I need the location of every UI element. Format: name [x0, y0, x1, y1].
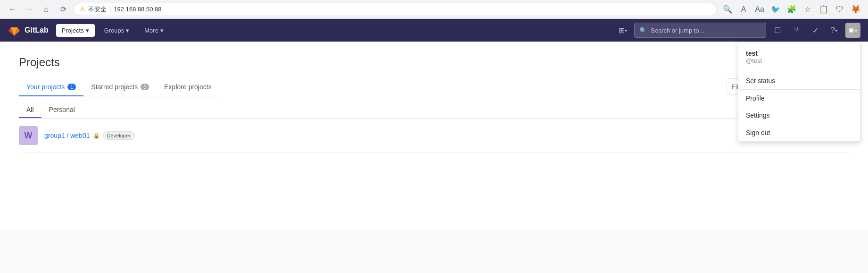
help-chevron: ▾ [835, 28, 837, 33]
url-text: 192.168.88.50:88 [114, 6, 161, 13]
search-bar[interactable]: 🔍 Search or jump to... [634, 23, 766, 38]
todo-icon: ☐ [774, 26, 781, 35]
projects-list: W group1 / web01 🔒 Developer ☆ 0 ⑂ 0 [19, 119, 849, 153]
user-dropdown-menu: test @test Set status Profile Settings S… [738, 42, 860, 142]
project-avatar: W [19, 126, 38, 145]
issues-icon: ✓ [812, 26, 818, 35]
reader-icon[interactable]: Aa [753, 3, 766, 16]
home-button[interactable]: ⌂ [40, 3, 53, 16]
avatar-chevron: ▾ [855, 28, 857, 33]
security-warning-text: 不安全 [88, 5, 107, 14]
more-nav-button[interactable]: More ▾ [139, 24, 169, 37]
tab-starred-projects[interactable]: Starred projects 0 [83, 78, 157, 96]
new-item-chevron: ▾ [625, 28, 627, 33]
back-button[interactable]: ← [6, 3, 19, 16]
gitlab-logo-icon [8, 24, 21, 37]
avatar-letter: W [25, 131, 33, 141]
translate-icon[interactable]: A [737, 3, 750, 16]
merge-request-icon: ⑂ [794, 26, 799, 34]
gitlab-logo[interactable]: GitLab [8, 24, 49, 37]
dropdown-handle: @test [746, 57, 852, 64]
project-name-row: group1 / web01 🔒 Developer [44, 131, 777, 140]
starred-projects-tab-label: Starred projects [91, 83, 138, 91]
browser-extension-icons: 🔍 A Aa 🐦 🧩 ☆ 📋 🛡 🦊 [721, 3, 862, 16]
merge-requests-button[interactable]: ⑂ [789, 23, 804, 38]
plus-icon: ⊞ [619, 26, 625, 35]
page-title: Projects [19, 56, 849, 69]
groups-nav-label: Groups [104, 27, 124, 34]
refresh-button[interactable]: ⟳ [57, 3, 70, 16]
tab-explore-projects[interactable]: Explore projects [157, 78, 219, 96]
more-nav-chevron: ▾ [160, 27, 164, 34]
explore-projects-tab-label: Explore projects [164, 83, 211, 91]
star-browser-icon[interactable]: ☆ [801, 3, 814, 16]
search-placeholder-text: Search or jump to... [651, 27, 704, 34]
groups-nav-chevron: ▾ [126, 27, 129, 34]
extension3-icon[interactable]: 📋 [817, 3, 830, 16]
sign-out-item[interactable]: Sign out [738, 124, 860, 141]
browser-chrome: ← → ⌂ ⟳ ⚠ 不安全 | 192.168.88.50:88 🔍 A Aa … [0, 0, 868, 19]
groups-nav-button[interactable]: Groups ▾ [99, 24, 135, 37]
search-icon: 🔍 [639, 27, 647, 34]
set-status-item[interactable]: Set status [738, 72, 860, 89]
todo-button[interactable]: ☐ [770, 23, 785, 38]
issues-button[interactable]: ✓ [808, 23, 823, 38]
help-button[interactable]: ? ▾ [827, 23, 842, 38]
sub-tab-personal[interactable]: Personal [41, 102, 83, 118]
url-separator: | [109, 6, 111, 13]
project-role-badge: Developer [103, 131, 135, 140]
project-tabs: Your projects 1 Starred projects 0 Explo… [19, 78, 219, 96]
your-projects-badge: 1 [67, 84, 76, 90]
more-nav-label: More [144, 27, 158, 34]
extension1-icon[interactable]: 🐦 [769, 3, 782, 16]
user-avatar-button[interactable]: ▣ ▾ [845, 23, 860, 38]
profile-browser-icon[interactable]: 🦊 [849, 3, 862, 16]
table-row: W group1 / web01 🔒 Developer ☆ 0 ⑂ 0 [19, 119, 849, 153]
search-browser-icon[interactable]: 🔍 [721, 3, 734, 16]
project-name-link[interactable]: group1 / web01 [44, 132, 90, 139]
settings-item[interactable]: Settings [738, 107, 860, 124]
help-icon: ? [831, 26, 835, 34]
new-item-button[interactable]: ⊞ ▾ [615, 23, 630, 38]
projects-nav-label: Projects [62, 27, 84, 34]
avatar-image: ▣ [849, 27, 854, 34]
address-bar[interactable]: ⚠ 不安全 | 192.168.88.50:88 [74, 3, 717, 16]
your-projects-tab-label: Your projects [26, 83, 65, 91]
extension2-icon[interactable]: 🧩 [785, 3, 798, 16]
dropdown-username: test [746, 50, 852, 57]
starred-projects-badge: 0 [141, 84, 149, 90]
sub-tabs: All Personal [19, 96, 849, 118]
projects-nav-chevron: ▾ [86, 27, 89, 34]
security-warning-icon: ⚠ [80, 6, 85, 13]
dropdown-header: test @test [738, 42, 860, 72]
tab-your-projects[interactable]: Your projects 1 [19, 78, 83, 96]
gitlab-logo-text: GitLab [25, 26, 49, 34]
gitlab-navbar: GitLab Projects ▾ Groups ▾ More ▾ ⊞ ▾ 🔍 … [0, 19, 868, 42]
projects-nav-button[interactable]: Projects ▾ [56, 24, 95, 37]
lock-icon: 🔒 [93, 132, 100, 139]
forward-button[interactable]: → [23, 3, 36, 16]
profile-item[interactable]: Profile [738, 90, 860, 107]
project-info: group1 / web01 🔒 Developer [44, 131, 777, 140]
extension4-icon[interactable]: 🛡 [833, 3, 846, 16]
sub-tab-all[interactable]: All [19, 102, 41, 118]
